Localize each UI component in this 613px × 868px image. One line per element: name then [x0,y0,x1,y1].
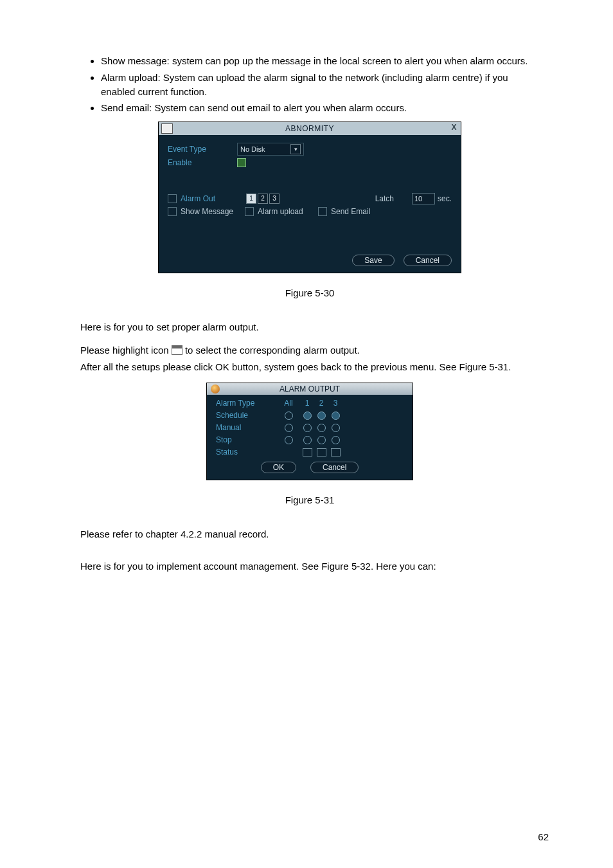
highlight-icon-para: Please highlight icon to select the corr… [80,343,539,357]
col-2: 2 [319,399,324,408]
figure-5-30-caption: Figure 5-30 [80,287,539,298]
alarm-output-intro: Here is for you to set proper alarm outp… [80,320,539,334]
save-button[interactable]: Save [352,255,394,266]
manual-all-radio[interactable] [285,424,293,432]
account-management-para: Here is for you to implement account man… [80,559,539,574]
bullet-alarm-upload: Alarm upload: System can upload the alar… [101,71,539,99]
manual-1-radio[interactable] [303,424,312,432]
latch-input[interactable] [412,193,435,204]
status-label: Status [216,448,277,457]
manual-label: Manual [216,423,277,432]
col-3: 3 [333,399,338,408]
cancel-button[interactable]: Cancel [404,255,452,266]
page-number: 62 [538,831,549,842]
latch-unit: sec. [438,194,452,203]
status-2 [317,448,326,457]
chevron-down-icon: ▾ [290,144,301,154]
event-type-select[interactable]: No Disk ▾ [237,143,304,156]
after-setup-para: After all the setups please click OK but… [80,360,539,374]
stop-3-radio[interactable] [332,436,340,444]
alarm-out-label: Alarm Out [181,194,233,203]
manual-3-radio[interactable] [332,424,340,432]
alarm-out-checkbox[interactable] [168,194,177,203]
stop-all-radio[interactable] [285,436,293,444]
show-message-checkbox[interactable] [168,207,177,216]
manual-2-radio[interactable] [317,424,326,432]
alarm-output-title: ALARM OUTPUT [280,384,340,393]
abnormity-title: ABNORMITY [285,124,334,133]
alarm-output-dialog: ALARM OUTPUT Alarm Type All 1 2 3 Schedu… [206,383,413,480]
bullet-send-email: Send email: System can send out email to… [101,101,539,115]
col-1: 1 [305,399,310,408]
schedule-3-radio[interactable] [332,411,340,420]
schedule-label: Schedule [216,411,277,420]
alarm-out-1[interactable]: 1 [246,194,256,204]
stop-2-radio[interactable] [317,436,326,444]
show-message-label: Show Message [181,207,245,216]
refer-manual-record-para: Please refer to chapter 4.2.2 manual rec… [80,527,539,541]
bullet-show-message: Show message: system can pop up the mess… [101,54,539,68]
send-email-label: Send Email [331,207,370,216]
send-email-checkbox[interactable] [318,207,327,216]
event-type-value: No Disk [240,145,265,153]
cancel-button-2[interactable]: Cancel [310,462,359,473]
alarm-upload-checkbox[interactable] [245,207,254,216]
latch-label: Latch [375,194,394,203]
system-icon [161,123,173,134]
figure-5-31-caption: Figure 5-31 [80,494,539,505]
alarm-upload-label: Alarm upload [258,207,318,216]
stop-1-radio[interactable] [303,436,312,444]
alarm-out-3[interactable]: 3 [269,194,280,204]
alarm-icon [211,384,220,393]
enable-label: Enable [168,158,237,167]
event-type-label: Event Type [168,145,237,154]
abnormity-titlebar: ABNORMITY X [159,122,461,135]
status-1 [303,448,312,457]
schedule-all-radio[interactable] [285,411,293,420]
abnormity-dialog: ABNORMITY X Event Type No Disk ▾ Enable … [158,122,461,273]
schedule-2-radio[interactable] [317,411,326,420]
alarm-out-2[interactable]: 2 [258,194,268,204]
status-3 [331,448,341,457]
description-bullets: Show message: system can pop up the mess… [80,54,539,115]
stop-label: Stop [216,435,277,444]
alarm-output-titlebar: ALARM OUTPUT [207,383,413,395]
close-icon[interactable]: X [451,123,457,132]
highlight-icon-text-b: to select the corresponding alarm output… [185,345,360,356]
highlight-icon [172,345,182,355]
ok-button[interactable]: OK [261,462,296,473]
alarm-type-label: Alarm Type [216,399,277,408]
enable-checkbox[interactable] [237,158,246,167]
all-header: All [284,399,292,408]
highlight-icon-text-a: Please highlight icon [80,345,172,356]
schedule-1-radio[interactable] [303,411,312,420]
